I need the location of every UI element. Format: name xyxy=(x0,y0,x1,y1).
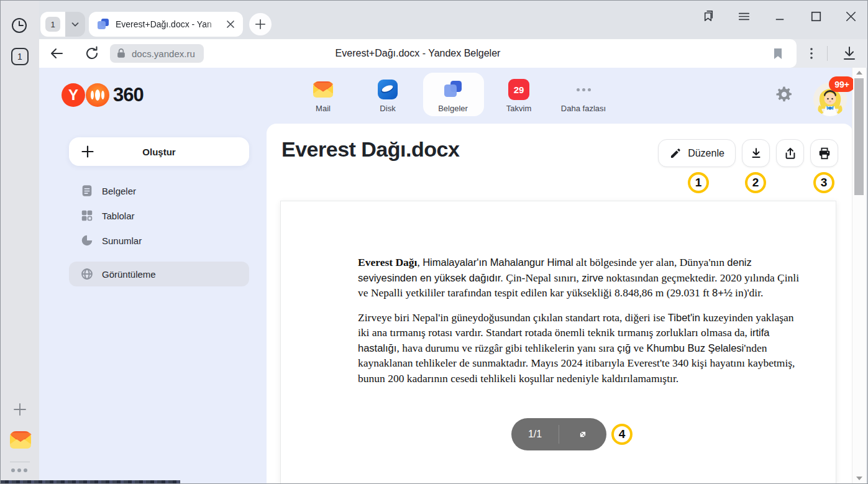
bottom-clipped-strip xyxy=(1,480,180,483)
tab-group-chevron[interactable] xyxy=(65,12,85,37)
sidebar: Oluştur Belgeler Tablolar xyxy=(39,124,267,484)
scroll-down-arrow[interactable] xyxy=(855,475,864,482)
scroll-up-arrow[interactable] xyxy=(855,69,864,76)
scrollbar-thumb[interactable] xyxy=(854,78,864,195)
minimize-button[interactable] xyxy=(769,6,790,27)
share-button[interactable] xyxy=(776,139,804,167)
chevron-down-icon xyxy=(70,19,81,30)
globe-icon xyxy=(80,267,94,281)
annotation-3: 3 xyxy=(813,172,834,193)
sidebar-item-tablolar[interactable]: Tablolar xyxy=(69,203,249,228)
nav-item-mail[interactable]: Mail xyxy=(291,74,355,117)
y360-header: Y 360 Mail xyxy=(39,68,853,124)
downloads-icon[interactable] xyxy=(841,45,858,62)
annotation-4: 4 xyxy=(611,424,633,445)
pie-icon xyxy=(80,234,94,247)
history-icon[interactable] xyxy=(9,16,29,35)
back-icon[interactable] xyxy=(48,45,65,62)
share-icon xyxy=(783,147,797,160)
nav-label: Daha fazlası xyxy=(561,104,606,113)
page-indicator-pill[interactable]: 1/1 xyxy=(511,418,606,450)
rail-more-icon[interactable] xyxy=(11,465,30,475)
edit-button-label: Düzenle xyxy=(688,148,724,159)
download-icon xyxy=(749,147,763,160)
browser-left-rail: 1 xyxy=(1,1,39,483)
bookmark-icon[interactable] xyxy=(770,46,785,61)
browser-window: 1 1 xyxy=(0,0,868,484)
disk-icon xyxy=(377,79,398,100)
docs-icon xyxy=(442,79,464,100)
plus-icon xyxy=(80,144,95,159)
url-text: docs.yandex.ru xyxy=(132,48,195,59)
document-text: Everest Dağı, Himalayalar'ın Mahalangur … xyxy=(358,255,802,395)
sidebar-item-label: Görüntüleme xyxy=(102,269,156,280)
nav-item-disk[interactable]: Disk xyxy=(355,74,420,117)
tab-title: Everest+Dağı.docx - Yan xyxy=(116,19,224,29)
edit-button[interactable]: Düzenle xyxy=(658,139,736,167)
page-scrollbar[interactable] xyxy=(852,68,866,483)
document-view-panel: Everest Dağı.docx Düzenle xyxy=(267,124,853,484)
y360-logo[interactable]: Y 360 xyxy=(62,83,144,107)
calendar-icon: 29 xyxy=(508,79,529,100)
site-identity-badge[interactable]: docs.yandex.ru xyxy=(110,44,204,63)
nav-item-belgeler[interactable]: Belgeler xyxy=(421,74,485,117)
plus-icon xyxy=(254,17,267,31)
settings-gear-icon[interactable] xyxy=(775,85,793,104)
tab-counter-button[interactable]: 1 xyxy=(11,48,29,65)
toolbar-divider xyxy=(827,46,828,61)
tab-group-pill[interactable]: 1 xyxy=(40,12,85,37)
side-panel-icon[interactable] xyxy=(697,6,718,27)
sidebar-item-belgeler[interactable]: Belgeler xyxy=(69,178,249,203)
close-window-button[interactable] xyxy=(840,6,861,27)
nav-item-more[interactable]: Daha fazlası xyxy=(551,74,616,117)
nav-label: Takvim xyxy=(506,104,531,113)
annotation-2: 2 xyxy=(745,172,766,193)
y360-o-icon xyxy=(86,83,109,107)
nav-label: Belgeler xyxy=(438,104,468,113)
nav-label: Disk xyxy=(380,104,395,113)
nav-item-takvim[interactable]: 29 Takvim xyxy=(487,74,551,117)
web-content: Y 360 Mail xyxy=(39,68,853,484)
lock-icon xyxy=(115,47,127,60)
new-tab-button[interactable] xyxy=(249,13,272,35)
mail-icon xyxy=(313,79,334,100)
pencil-icon xyxy=(669,147,682,160)
yandex-mail-app-icon[interactable] xyxy=(9,428,32,452)
tab-strip: 1 Everest+Dağı.docx - Yan xyxy=(39,1,867,39)
yandex-docs-favicon xyxy=(96,17,110,31)
tab-group-count[interactable]: 1 xyxy=(40,12,65,37)
logo-text: 360 xyxy=(113,84,144,106)
annotation-1: 1 xyxy=(688,172,709,193)
tab-counter-label: 1 xyxy=(17,52,22,62)
toolbar: docs.yandex.ru Everest+Dağı.docx - Yande… xyxy=(39,39,867,68)
sidebar-item-label: Belgeler xyxy=(102,186,136,196)
tab-group-count-label: 1 xyxy=(45,17,60,32)
sidebar-item-label: Sunumlar xyxy=(102,235,142,246)
more-options-icon[interactable] xyxy=(804,46,819,61)
document-title: Everest Dağı.docx xyxy=(281,137,459,162)
tab-close-icon[interactable] xyxy=(224,18,237,30)
printer-icon xyxy=(818,147,831,160)
sidebar-item-goruntuleme[interactable]: Görüntüleme xyxy=(69,262,249,286)
maximize-button[interactable] xyxy=(805,6,826,27)
notification-badge: 99+ xyxy=(829,76,853,92)
create-button-label: Oluştur xyxy=(69,147,249,157)
reload-icon[interactable] xyxy=(83,45,101,62)
document-icon xyxy=(80,184,94,198)
create-button[interactable]: Oluştur xyxy=(69,137,249,166)
download-button[interactable] xyxy=(742,139,770,167)
ellipsis-icon xyxy=(577,79,591,100)
rail-add-icon[interactable] xyxy=(11,401,29,418)
rail-divider xyxy=(10,462,30,462)
nav-label: Mail xyxy=(316,104,331,113)
expand-icon xyxy=(576,427,590,441)
sidebar-item-sunumlar[interactable]: Sunumlar xyxy=(69,228,249,253)
fullscreen-button[interactable] xyxy=(559,427,606,441)
print-button[interactable] xyxy=(810,139,838,167)
address-bar[interactable]: docs.yandex.ru Everest+Dağı.docx - Yande… xyxy=(39,39,797,68)
sidebar-item-label: Tablolar xyxy=(102,211,135,221)
grid-icon xyxy=(80,209,94,222)
active-tab[interactable]: Everest+Dağı.docx - Yan xyxy=(89,12,243,37)
browser-menu-icon[interactable] xyxy=(733,6,754,27)
yandex-y-icon: Y xyxy=(62,83,85,107)
